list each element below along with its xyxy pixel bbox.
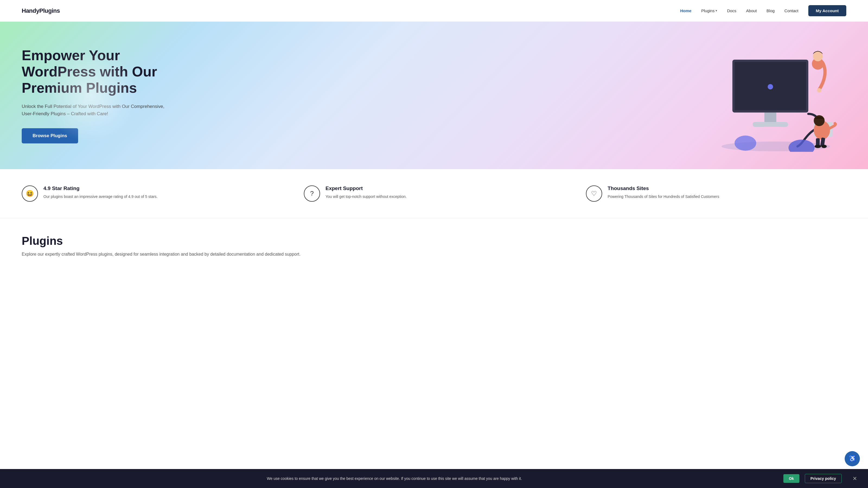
nav-docs[interactable]: Docs — [727, 8, 736, 13]
feature-thousands-sites-title: Thousands Sites — [608, 186, 719, 191]
hero-glow — [43, 48, 138, 143]
svg-point-13 — [814, 115, 825, 126]
feature-thousands-sites-desc: Powering Thousands of Sites for Hundreds… — [608, 194, 719, 199]
my-account-button[interactable]: My Account — [808, 5, 846, 16]
nav-blog[interactable]: Blog — [767, 8, 775, 13]
svg-rect-4 — [764, 112, 776, 123]
feature-star-rating-desc: Our plugins boast an impressive average … — [43, 194, 158, 199]
heart-emoji-icon: ♡ — [591, 190, 597, 197]
plugins-heading: Plugins — [22, 234, 846, 248]
feature-thousands-sites-text: Thousands Sites Powering Thousands of Si… — [608, 186, 719, 199]
feature-expert-support-desc: You will get top-notch support without e… — [326, 194, 407, 199]
svg-point-3 — [768, 84, 773, 90]
nav-about[interactable]: About — [746, 8, 757, 13]
svg-point-19 — [788, 140, 814, 152]
hero-illustration — [705, 38, 846, 153]
feature-expert-support-text: Expert Support You will get top-notch su… — [326, 186, 407, 199]
heart-icon: ♡ — [586, 186, 602, 202]
question-mark-icon: ? — [310, 190, 314, 197]
site-logo[interactable]: HandyPlugins — [22, 7, 60, 14]
feature-expert-support-title: Expert Support — [326, 186, 407, 191]
plugins-section: Plugins Explore our expertly crafted Wor… — [0, 218, 868, 273]
feature-thousands-sites: ♡ Thousands Sites Powering Thousands of … — [586, 186, 846, 202]
navbar: HandyPlugins Home Plugins Docs About Blo… — [0, 0, 868, 22]
svg-point-17 — [822, 145, 827, 148]
support-icon: ? — [304, 186, 320, 202]
nav-home[interactable]: Home — [680, 8, 692, 13]
svg-point-10 — [813, 52, 823, 61]
feature-star-rating-title: 4.9 Star Rating — [43, 186, 158, 191]
feature-expert-support: ? Expert Support You will get top-notch … — [304, 186, 564, 202]
nav-plugins[interactable]: Plugins — [701, 8, 717, 13]
plugins-description: Explore our expertly crafted WordPress p… — [22, 252, 846, 257]
features-section: 😆 4.9 Star Rating Our plugins boast an i… — [0, 169, 868, 218]
hero-svg — [705, 38, 846, 152]
svg-rect-5 — [753, 122, 788, 127]
star-emoji-icon: 😆 — [26, 190, 34, 197]
star-rating-icon: 😆 — [22, 186, 38, 202]
svg-point-11 — [817, 88, 822, 93]
feature-star-rating-text: 4.9 Star Rating Our plugins boast an imp… — [43, 186, 158, 199]
svg-point-18 — [735, 135, 756, 151]
nav-links: Home Plugins Docs About Blog Contact My … — [680, 5, 846, 16]
svg-point-16 — [814, 145, 821, 148]
nav-contact[interactable]: Contact — [784, 8, 799, 13]
hero-section: Empower Your WordPress with Our Premium … — [0, 22, 868, 169]
feature-star-rating: 😆 4.9 Star Rating Our plugins boast an i… — [22, 186, 282, 202]
